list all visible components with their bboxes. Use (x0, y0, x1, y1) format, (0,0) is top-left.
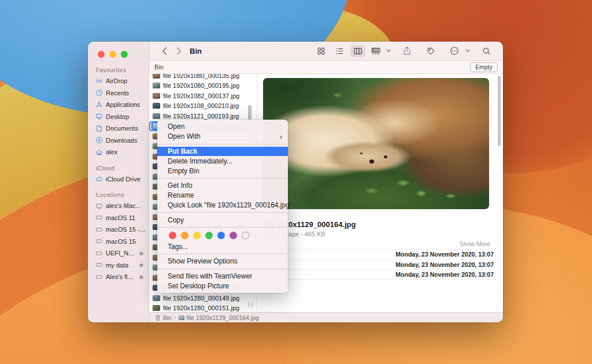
sidebar-item-macos-15-old[interactable]: macOS 15 -... (88, 224, 149, 236)
file-row[interactable]: file 1920x1108_000210.jpg (149, 101, 257, 112)
menu-item-send-teamviewer[interactable]: Send files with TeamViewer (157, 272, 288, 281)
menu-item-quick-look[interactable]: Quick Look "file 1920x1129_000164.jpg" (157, 200, 288, 210)
menu-separator (157, 178, 288, 179)
zoom-window-button[interactable] (121, 51, 128, 58)
sidebar-item-desktop[interactable]: Desktop (88, 111, 149, 123)
eject-icon[interactable] (139, 262, 144, 268)
sidebar-item-icloud-drive[interactable]: iCloud Drive (88, 173, 149, 185)
menu-item-empty-bin[interactable]: Empty Bin (157, 166, 288, 176)
file-name: file 1920x1108_000210.jpg (163, 102, 239, 109)
list-view-button[interactable] (332, 45, 347, 57)
sidebar-item-label: Alex's fla... (106, 273, 136, 280)
column-view-icon (353, 47, 362, 55)
foliage-texture (263, 78, 489, 209)
menu-item-open-with[interactable]: Open With› (157, 132, 288, 142)
computer-icon (95, 202, 103, 210)
sidebar-item-macos-11[interactable]: macOS 11 (88, 212, 149, 224)
column-resize-handle[interactable] (249, 302, 253, 307)
sidebar-item-applications[interactable]: Applications (88, 99, 149, 111)
sidebar-item-my-data[interactable]: my data (88, 259, 149, 272)
preview-scrollbar[interactable] (498, 76, 501, 146)
forward-button[interactable] (176, 47, 182, 55)
eject-icon[interactable] (139, 274, 144, 280)
menu-item-tags[interactable]: Tags... (157, 242, 288, 251)
sidebar-item-home[interactable]: alex (88, 146, 149, 158)
download-icon (95, 136, 103, 144)
sidebar-item-label: my data (106, 262, 128, 269)
back-button[interactable] (161, 47, 168, 55)
preview-info-rows: Monday, 23 November 2020, 13:07 Monday, … (263, 249, 494, 280)
sidebar-item-recents[interactable]: Recents (88, 87, 149, 99)
file-name: file 1920x1280_000149.jpg (163, 295, 239, 302)
icon-view-button[interactable] (313, 45, 328, 57)
home-icon (95, 148, 103, 156)
menu-item-show-preview-options[interactable]: Show Preview Options (157, 257, 288, 266)
menu-item-delete-immediately[interactable]: Delete Immediately... (157, 156, 288, 166)
menu-item-set-desktop-picture[interactable]: Set Desktop Picture (157, 281, 288, 291)
file-row[interactable]: file 1920x1080_000135.jpg (149, 74, 257, 81)
drive-icon (95, 214, 103, 221)
tag-blue[interactable] (217, 232, 225, 239)
drive-icon (95, 273, 103, 281)
menu-item-open[interactable]: Open (157, 122, 288, 132)
file-name: file 1920x1121_000193.jpg (163, 113, 239, 120)
file-row[interactable]: file 1920x1082_000137.jpg (149, 91, 257, 101)
breadcrumb-file[interactable]: file 1920x1129_000164.jpg (187, 314, 259, 321)
menu-separator (157, 254, 288, 254)
sidebar-item-label: alex (106, 148, 117, 155)
menu-item-label: Show Preview Options (168, 257, 238, 265)
tag-icon (427, 47, 435, 55)
breadcrumb-separator: › (174, 314, 176, 321)
menu-item-label: Send files with TeamViewer (168, 272, 252, 280)
sidebar-item-airdrop[interactable]: AirDrop (88, 75, 149, 87)
column-view-button[interactable] (350, 45, 365, 57)
tag-red[interactable] (169, 232, 176, 239)
file-row[interactable]: file 1920x1280_000149.jpg (149, 293, 257, 303)
toolbar: Bin (149, 42, 503, 61)
drive-icon (95, 261, 103, 269)
tags-button[interactable] (423, 45, 438, 57)
tag-green[interactable] (205, 232, 213, 239)
menu-item-copy[interactable]: Copy (157, 215, 288, 225)
finder-window: Favourites AirDrop Recents Applications … (88, 42, 503, 322)
group-button[interactable] (368, 45, 383, 57)
icloud-section-label: iCloud (88, 165, 149, 173)
sidebar-item-label: UEFI_NT... (106, 250, 136, 257)
file-thumbnail-icon (153, 295, 160, 301)
close-window-button[interactable] (98, 51, 105, 58)
applications-icon (95, 101, 103, 109)
sidebar-item-documents[interactable]: Documents (88, 122, 149, 135)
file-row[interactable]: file 1920x1280_000151.jpg (149, 303, 257, 313)
tag-color-row (157, 230, 288, 242)
show-more-link[interactable]: Show More (460, 240, 490, 247)
sidebar-item-downloads[interactable]: Downloads (88, 135, 149, 147)
chevron-down-icon[interactable] (465, 49, 470, 53)
tag-purple[interactable] (230, 232, 237, 239)
more-actions-button[interactable] (447, 45, 462, 57)
tag-yellow[interactable] (193, 232, 201, 239)
chevron-down-icon[interactable] (386, 49, 391, 53)
eject-icon[interactable] (139, 251, 144, 256)
tag-none[interactable] (242, 232, 249, 239)
sidebar-item-macos-15[interactable]: macOS 15 (88, 236, 149, 248)
preview-image (263, 78, 489, 209)
menu-item-put-back[interactable]: Put Back (157, 147, 288, 157)
breadcrumb-root[interactable]: Bin (163, 314, 172, 321)
sidebar-item-uefi-nt[interactable]: UEFI_NT... (88, 247, 149, 259)
sidebar-item-alexs-flash[interactable]: Alex's fla... (88, 271, 149, 283)
tag-orange[interactable] (181, 232, 188, 239)
search-button[interactable] (479, 45, 494, 57)
minimize-window-button[interactable] (109, 51, 116, 58)
file-row[interactable]: file 1920x1080_000195.jpg (149, 81, 257, 91)
menu-item-rename[interactable]: Rename (157, 191, 288, 200)
share-button[interactable] (399, 45, 415, 57)
menu-item-get-info[interactable]: Get Info (157, 181, 288, 191)
cloud-icon (95, 175, 103, 183)
empty-bin-button[interactable]: Empty (470, 62, 498, 72)
file-name: file 1920x1080_000135.jpg (163, 74, 239, 79)
menu-item-label: Open (168, 122, 184, 131)
info-row: Monday, 23 November 2020, 13:07 (263, 269, 494, 280)
sidebar-item-label: Downloads (106, 137, 137, 144)
sidebar-item-label: Applications (106, 101, 140, 108)
sidebar-item-alexs-mac[interactable]: alex's Mac... (88, 200, 149, 212)
